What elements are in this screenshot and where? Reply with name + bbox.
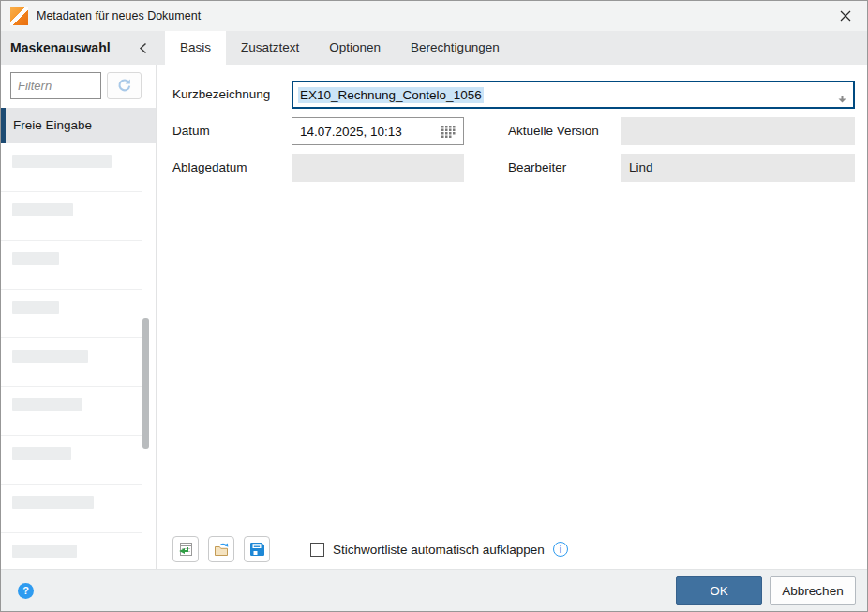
mask-sidebar: Freie Eingabe xyxy=(1,65,157,569)
tab-basis[interactable]: Basis xyxy=(165,31,226,65)
sidebar-scrollbar-thumb[interactable] xyxy=(142,318,149,449)
datum-input[interactable] xyxy=(300,125,441,139)
ok-button[interactable]: OK xyxy=(676,576,762,605)
loading-placeholder-bar xyxy=(12,155,112,168)
dialog-footer: ? OK Abbrechen xyxy=(1,569,867,611)
aktuelle-version-label: Aktuelle Version xyxy=(508,117,599,145)
mask-list-item[interactable] xyxy=(1,350,142,387)
keyword-list-checkbox-label: Stichwortliste automatisch aufklappen xyxy=(333,543,545,557)
tab-optionen[interactable]: Optionen xyxy=(314,31,396,65)
tab-berechtigungen[interactable]: Berechtigungen xyxy=(396,31,515,65)
mask-list-item[interactable] xyxy=(1,203,142,241)
loading-placeholder-bar xyxy=(12,545,77,558)
elo-logo-icon xyxy=(10,7,28,25)
refresh-button[interactable] xyxy=(107,72,142,99)
filter-input[interactable] xyxy=(10,72,101,99)
bearbeiter-label: Bearbeiter xyxy=(508,154,566,182)
aktuelle-version-field xyxy=(621,117,855,145)
kurzbezeichnung-label: Kurzbezeichnung xyxy=(172,81,270,109)
kurzbezeichnung-value: EX10_Rechnung_Contelo_1056 xyxy=(298,87,484,103)
header-strip: Maskenauswahl Basis Zusatztext Optionen … xyxy=(1,31,867,65)
apply-from-list-button[interactable] xyxy=(172,536,199,562)
tab-zusatztext[interactable]: Zusatztext xyxy=(226,31,314,65)
mask-list-item[interactable] xyxy=(1,398,142,436)
cancel-button[interactable]: Abbrechen xyxy=(770,576,856,605)
folder-refresh-icon xyxy=(212,540,231,559)
help-icon[interactable]: ? xyxy=(18,583,34,599)
mask-list-item[interactable] xyxy=(1,155,142,192)
window-title: Metadaten für neues Dokument xyxy=(37,9,201,22)
basis-tab-panel: Kurzbezeichnung EX10_Rechnung_Contelo_10… xyxy=(157,65,867,569)
mask-selection-title: Maskenauswahl xyxy=(10,31,111,65)
keyword-list-option: Stichwortliste automatisch aufklappen i xyxy=(310,536,568,562)
info-icon[interactable]: i xyxy=(553,542,568,557)
collapse-sidebar-icon[interactable] xyxy=(135,31,150,65)
metadata-dialog: Metadaten für neues Dokument Maskenauswa… xyxy=(0,0,868,612)
kurzbezeichnung-combobox[interactable]: EX10_Rechnung_Contelo_1056 xyxy=(292,81,855,109)
mask-item-freie-eingabe[interactable]: Freie Eingabe xyxy=(1,108,156,143)
mask-list-item[interactable] xyxy=(1,496,142,533)
apply-from-list-icon xyxy=(176,540,195,559)
tab-bar: Basis Zusatztext Optionen Berechtigungen xyxy=(165,31,515,65)
folder-refresh-button[interactable] xyxy=(208,536,234,562)
save-button[interactable] xyxy=(244,536,270,562)
date-picker-icon[interactable] xyxy=(441,126,456,138)
mask-list-item[interactable] xyxy=(1,252,142,290)
loading-placeholder-bar xyxy=(12,496,94,509)
chevron-down-icon[interactable] xyxy=(838,90,846,107)
mask-list-item[interactable] xyxy=(1,301,142,338)
loading-placeholder-bar xyxy=(12,301,59,314)
keyword-list-checkbox[interactable] xyxy=(310,543,324,557)
mask-skeleton-list xyxy=(1,143,142,569)
mask-list-item[interactable] xyxy=(1,447,142,485)
loading-placeholder-bar xyxy=(12,203,73,216)
close-icon[interactable] xyxy=(833,4,858,28)
mask-list-item[interactable] xyxy=(1,545,142,569)
datum-field[interactable] xyxy=(292,117,464,145)
footer-buttons: OK Abbrechen xyxy=(676,576,856,605)
refresh-icon xyxy=(116,78,132,94)
save-floppy-icon xyxy=(247,540,266,559)
loading-placeholder-bar xyxy=(12,252,59,265)
bearbeiter-field: Lind xyxy=(621,154,855,182)
title-bar: Metadaten für neues Dokument xyxy=(1,1,867,31)
loading-placeholder-bar xyxy=(12,398,82,411)
datum-label: Datum xyxy=(172,117,210,145)
loading-placeholder-bar xyxy=(12,350,88,363)
loading-placeholder-bar xyxy=(12,447,71,460)
ablagedatum-label: Ablagedatum xyxy=(172,154,247,182)
ablagedatum-field xyxy=(292,154,464,182)
